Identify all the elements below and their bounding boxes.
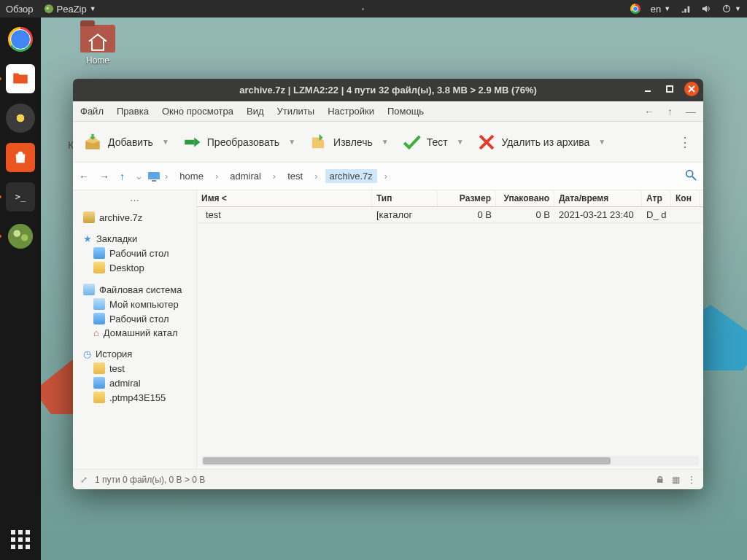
svg-line-14 [692, 176, 696, 180]
breadcrumb-folder[interactable]: test [283, 169, 307, 183]
chevron-down-icon: ▼ [90, 5, 96, 12]
shopping-bag-icon [12, 149, 28, 166]
keyboard-layout[interactable]: en ▼ [651, 4, 670, 15]
svg-point-13 [686, 171, 693, 177]
window-title: archive.7z | LZMA2:22 | 4 пути 32 файл(ы… [239, 85, 537, 96]
computer-icon[interactable] [147, 171, 160, 182]
col-packed[interactable]: Упаковано [496, 190, 554, 206]
breadcrumb-bar: ← → ↑ ⌄ › home › admiral › test › archiv… [73, 163, 703, 190]
window-maximize-button[interactable] [662, 82, 677, 96]
dock-rhythmbox[interactable] [3, 101, 38, 136]
dock-chrome[interactable] [3, 22, 38, 57]
folder-icon [93, 392, 105, 403]
breadcrumb-separator: › [273, 171, 276, 182]
toolbar-convert-label: Преобразовать [207, 136, 279, 148]
col-type[interactable]: Тип [372, 190, 438, 206]
nav-up-button[interactable]: ↑ [120, 171, 125, 182]
window-minimize-button[interactable] [640, 82, 655, 96]
sidebar-desktop-ru[interactable]: Рабочий стол [74, 246, 195, 260]
network-icon [681, 4, 691, 14]
peazip-icon [44, 4, 54, 14]
sidebar-archive-root[interactable]: archive.7z [74, 210, 195, 225]
col-check[interactable]: Кон [671, 190, 700, 206]
nav-up-hint[interactable]: ↑ [667, 106, 673, 117]
sidebar-hist-admiral[interactable]: admiral [74, 376, 195, 390]
menu-file[interactable]: Файл [80, 106, 104, 117]
desktop-icon-home[interactable]: Home [71, 25, 124, 66]
toolbar-delete-button[interactable]: Удалить из архива▼ [473, 130, 611, 155]
terminal-icon: >_ [15, 192, 26, 202]
sidebar-label: Файловая система [99, 284, 182, 295]
menu-view-window[interactable]: Окно просмотра [162, 106, 233, 117]
convert-icon [182, 133, 201, 152]
lock-icon[interactable]: 🔒︎ [656, 475, 665, 485]
titlebar[interactable]: archive.7z | LZMA2:22 | 4 пути 32 файл(ы… [73, 79, 703, 101]
breadcrumb-home[interactable]: home [175, 169, 208, 183]
power-indicator[interactable]: ▼ [721, 4, 741, 14]
star-icon: ★ [83, 233, 92, 244]
sidebar-hist-test[interactable]: test [74, 361, 195, 376]
breadcrumb-separator: › [314, 171, 317, 182]
peazip-window: archive.7z | LZMA2:22 | 4 пути 32 файл(ы… [73, 79, 703, 489]
menu-view[interactable]: Вид [247, 106, 264, 117]
nav-back-button[interactable]: ← [79, 171, 89, 182]
nav-minus-hint[interactable]: — [686, 106, 696, 117]
sidebar-history[interactable]: ◷История [74, 347, 195, 361]
volume-indicator[interactable] [701, 4, 711, 14]
toolbar-test-button[interactable]: Тест▼ [398, 130, 468, 155]
horizontal-scrollbar[interactable] [201, 456, 699, 466]
table-row[interactable]: test [каталог 0 B 0 B 2021-03-21 23:40 D… [197, 207, 703, 223]
window-close-button[interactable] [684, 82, 699, 96]
scrollbar-thumb[interactable] [203, 457, 611, 464]
search-button[interactable] [684, 168, 697, 184]
menu-utilities[interactable]: Утилиты [277, 106, 315, 117]
sidebar-hist-tmp[interactable]: .ptmp43E155 [74, 390, 195, 405]
breadcrumb-archive[interactable]: archive.7z [325, 169, 377, 183]
col-name[interactable]: Имя < [197, 190, 372, 206]
folder-icon [93, 362, 105, 374]
nav-back-hint[interactable]: ← [644, 106, 654, 117]
svg-rect-12 [152, 180, 156, 182]
sidebar-my-computer[interactable]: Мой компьютер [74, 297, 195, 311]
toolbar-extract-button[interactable]: Извлечь▼ [304, 130, 393, 155]
col-size[interactable]: Размер [438, 190, 496, 206]
show-applications[interactable] [6, 525, 35, 554]
file-rows[interactable]: test [каталог 0 B 0 B 2021-03-21 23:40 D… [197, 207, 703, 456]
breadcrumb-user[interactable]: admiral [225, 169, 266, 183]
sidebar-desktop-ru2[interactable]: Рабочий стол [74, 311, 195, 326]
folder-icon [93, 377, 105, 389]
file-list-area: Имя < Тип Размер Упаковано Дата/время Ат… [197, 190, 703, 469]
sidebar-label: test [109, 363, 125, 374]
col-attr[interactable]: Атр [642, 190, 671, 206]
sidebar-label: История [96, 349, 132, 359]
sidebar-collapse[interactable]: ⋯ [74, 193, 195, 210]
nav-forward-button[interactable]: → [99, 171, 109, 182]
dock-peazip[interactable] [3, 219, 38, 254]
activities-button[interactable]: Обзор [6, 4, 34, 15]
sidebar-bookmarks[interactable]: ★Закладки [74, 232, 195, 246]
sidebar-filesystem[interactable]: Файловая система [74, 282, 195, 297]
menu-help[interactable]: Помощь [387, 106, 424, 117]
box-add-icon [83, 133, 102, 152]
col-datetime[interactable]: Дата/время [554, 190, 642, 206]
app-menu[interactable]: PeaZip ▼ [44, 4, 96, 15]
sidebar-desktop-en[interactable]: Desktop [74, 260, 195, 275]
dock-software[interactable] [3, 140, 38, 175]
toolbar-add-button[interactable]: Добавить▼ [79, 130, 174, 155]
toolbar-extract-label: Извлечь [333, 136, 373, 148]
menu-settings[interactable]: Настройки [328, 106, 374, 117]
sidebar-home-dir[interactable]: ⌂Домашний катал [74, 326, 195, 340]
toolbar-convert-button[interactable]: Преобразовать▼ [178, 130, 300, 155]
chrome-indicator[interactable] [630, 4, 640, 14]
dock-files[interactable] [3, 61, 38, 96]
dock-terminal[interactable]: >_ [3, 179, 38, 214]
expand-icon[interactable]: ⤢ [80, 475, 88, 485]
root-dropdown[interactable]: ⌄ [135, 171, 143, 182]
view-mode-icon[interactable]: ▦ [672, 475, 680, 485]
network-indicator[interactable] [681, 4, 691, 14]
status-menu[interactable]: ⋮ [687, 475, 696, 485]
check-icon [402, 133, 421, 152]
menu-edit[interactable]: Правка [117, 106, 149, 117]
chevron-down-icon: ▼ [457, 138, 464, 146]
toolbar-overflow[interactable]: ⋮ [673, 134, 697, 150]
